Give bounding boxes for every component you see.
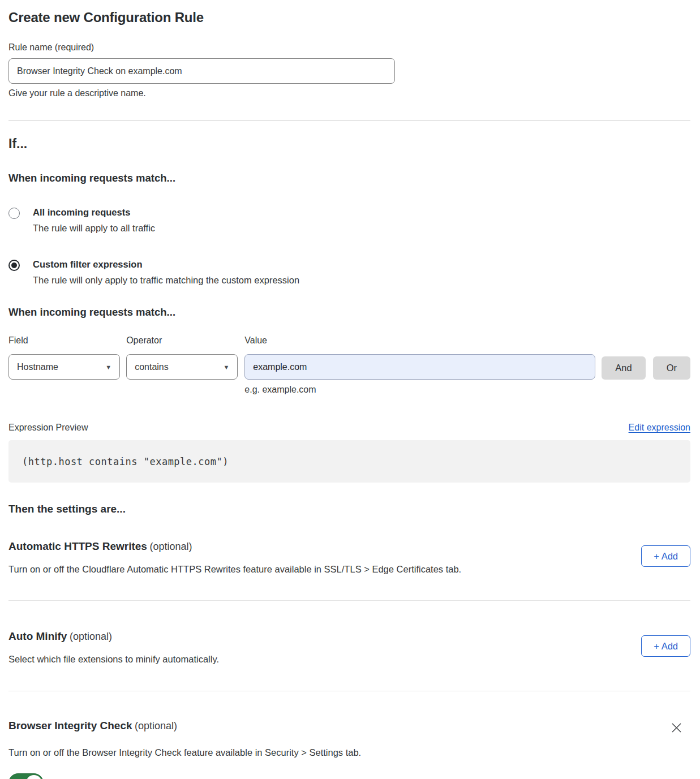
radio-option-all-incoming[interactable]: All incoming requests The rule will appl… xyxy=(8,207,690,234)
add-automatic-https-rewrites-button[interactable]: + Add xyxy=(641,545,690,567)
setting-optional-tag: (optional) xyxy=(149,541,192,552)
operator-select[interactable]: contains ▼ xyxy=(126,354,238,380)
add-auto-minify-button[interactable]: + Add xyxy=(641,635,690,657)
setting-optional-tag: (optional) xyxy=(135,720,177,731)
close-icon xyxy=(671,722,682,734)
setting-divider xyxy=(8,691,690,691)
setting-automatic-https-rewrites: Automatic HTTPS Rewrites (optional) Turn… xyxy=(8,540,690,575)
operator-label: Operator xyxy=(126,335,238,346)
radio-description: The rule will only apply to traffic matc… xyxy=(33,275,299,286)
radio-label: Custom filter expression xyxy=(33,259,299,270)
browser-integrity-check-toggle[interactable]: ✓ xyxy=(8,773,44,779)
rule-name-input[interactable] xyxy=(8,58,395,84)
radio-description: The rule will apply to all traffic xyxy=(33,223,155,234)
rule-name-label: Rule name (required) xyxy=(8,42,690,53)
setting-description: Turn on or off the Browser Integrity Che… xyxy=(8,747,690,758)
field-select[interactable]: Hostname ▼ xyxy=(8,354,120,380)
setting-description: Select which file extensions to minify a… xyxy=(8,654,219,665)
expression-builder-heading: When incoming requests match... xyxy=(8,306,690,319)
setting-optional-tag: (optional) xyxy=(70,631,112,642)
setting-browser-integrity-check: Browser Integrity Check (optional) Turn … xyxy=(8,720,690,779)
or-button[interactable]: Or xyxy=(653,356,690,380)
setting-description: Turn on or off the Cloudflare Automatic … xyxy=(8,564,461,575)
match-heading: When incoming requests match... xyxy=(8,172,690,184)
operator-select-value: contains xyxy=(135,362,169,372)
section-divider xyxy=(8,120,690,121)
setting-auto-minify: Auto Minify (optional) Select which file… xyxy=(8,630,690,665)
radio-label: All incoming requests xyxy=(33,207,155,218)
expression-preview-code: (http.host contains "example.com") xyxy=(8,440,690,483)
page-title: Create new Configuration Rule xyxy=(8,0,690,25)
setting-divider xyxy=(8,600,690,601)
create-configuration-rule-page: Create new Configuration Rule Rule name … xyxy=(0,0,700,779)
rule-name-section: Rule name (required) Give your rule a de… xyxy=(8,42,690,98)
radio-button-selected[interactable] xyxy=(8,260,20,271)
chevron-down-icon: ▼ xyxy=(223,364,229,371)
expression-builder-row: Field Hostname ▼ Operator contains ▼ Val… xyxy=(8,335,690,395)
if-heading: If... xyxy=(8,136,690,152)
setting-title: Automatic HTTPS Rewrites xyxy=(8,540,147,552)
expression-preview-label: Expression Preview xyxy=(8,423,88,433)
remove-setting-button[interactable] xyxy=(669,721,684,737)
and-button[interactable]: And xyxy=(602,356,645,380)
field-label: Field xyxy=(8,335,120,346)
value-hint: e.g. example.com xyxy=(244,385,595,395)
rule-name-help: Give your rule a descriptive name. xyxy=(8,88,690,98)
setting-title: Browser Integrity Check xyxy=(8,720,132,731)
radio-option-custom-filter[interactable]: Custom filter expression The rule will o… xyxy=(8,259,690,286)
field-select-value: Hostname xyxy=(17,362,58,372)
toggle-knob xyxy=(26,775,42,779)
value-label: Value xyxy=(244,335,595,346)
edit-expression-link[interactable]: Edit expression xyxy=(629,423,690,433)
then-settings-heading: Then the settings are... xyxy=(8,503,690,515)
value-input[interactable] xyxy=(244,354,595,380)
setting-title: Auto Minify xyxy=(8,630,67,642)
radio-button-unselected[interactable] xyxy=(8,208,20,219)
chevron-down-icon: ▼ xyxy=(105,364,111,371)
